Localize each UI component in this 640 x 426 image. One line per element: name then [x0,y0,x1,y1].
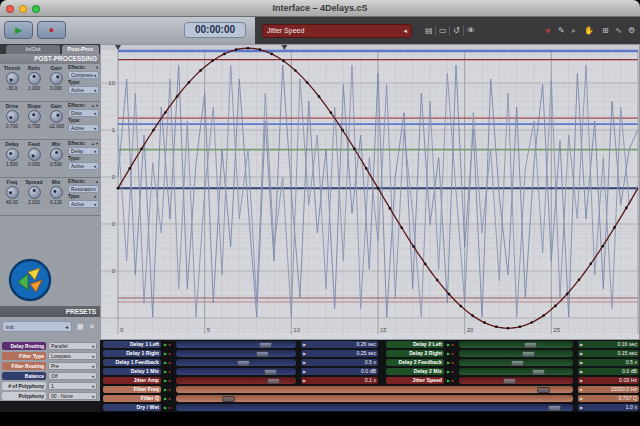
value-spinner-icon[interactable]: ▶ [303,377,306,384]
slider-track-delay-1-left[interactable] [176,341,296,348]
slider-track-delay-2-left[interactable] [459,341,573,348]
automation-record-icon[interactable]: ● [168,387,170,392]
save-icon[interactable]: ▤ [425,25,433,37]
slider-handle[interactable] [267,378,280,384]
slider-value-box[interactable]: ▶0.5 x [301,359,378,366]
knob-freq[interactable] [6,186,19,199]
automation-play-icon[interactable]: ▶ [447,360,450,365]
slider-track-delay-2-right[interactable] [459,350,573,357]
type-dropdown[interactable]: Active◂ [68,162,99,170]
routing-dropdown-delay-routing[interactable]: Parallel◂ [48,342,97,350]
slider-track-jitter-speed[interactable] [459,377,573,384]
automation-graph[interactable]: 051015202530101000 [100,44,640,340]
slider-value-box[interactable]: ▶0.707 Q [578,395,639,402]
automation-play-icon[interactable]: ▶ [164,405,167,410]
knob-feed[interactable] [28,148,41,161]
slider-track-delay-1-right[interactable] [176,350,296,357]
type-dropdown[interactable]: Active◂ [68,200,99,208]
automation-record-icon[interactable]: ● [168,396,170,401]
automation-play-icon[interactable]: ▶ [447,351,450,356]
preset-dropdown[interactable]: init ◂ [2,321,72,332]
slider-track-dry-wet[interactable] [176,404,573,411]
undo-icon[interactable]: ↺ [453,25,460,37]
routing-dropdown-filter-routing[interactable]: Pre◂ [48,362,97,370]
slider-value-box[interactable]: ▶0.15 sec [578,350,639,357]
value-spinner-icon[interactable]: ▶ [580,404,583,411]
slider-value-box[interactable]: ▶0.25 sec [301,350,378,357]
automation-play-icon[interactable]: ▶ [447,378,450,383]
slider-handle[interactable] [503,378,516,384]
type-dropdown[interactable]: Active◂ [68,86,99,94]
value-spinner-icon[interactable]: ▶ [580,341,583,348]
knob-slope[interactable] [28,110,41,123]
slider-value-box[interactable]: ▶0.0 dB [301,368,378,375]
graph-canvas[interactable]: 051015202530101000 [100,44,640,340]
automation-record-icon[interactable]: ● [451,378,453,383]
slider-handle[interactable] [237,360,250,366]
value-spinner-icon[interactable]: ▶ [580,377,583,384]
slider-value-box[interactable]: ▶1.0 x [578,404,639,411]
tab-post-proc[interactable]: Post-Proc [62,45,99,54]
slider-track-delay-1-feedback[interactable] [176,359,296,366]
automation-play-icon[interactable]: ▶ [164,342,167,347]
slider-value-box[interactable]: ▶0.0 dB [578,368,639,375]
slider-track-filter-q[interactable] [176,395,573,402]
effect-dropdown[interactable]: Disto◂ [68,109,99,117]
value-spinner-icon[interactable]: ▶ [303,359,306,366]
knob-delay[interactable] [6,148,19,161]
slider-handle[interactable] [537,387,550,393]
slider-handle[interactable] [259,342,272,348]
routing-dropdown-filter-type[interactable]: Lowpass◂ [48,352,97,360]
knob-drive[interactable] [6,110,19,123]
automation-record-icon[interactable]: ● [168,351,170,356]
automation-play-icon[interactable]: ▶ [164,378,167,383]
cursor-tool-icon[interactable]: ➤ [542,24,555,37]
zoom-tool-icon[interactable]: ⌕ [571,25,575,37]
eye-icon[interactable]: 👁 [467,25,475,37]
automation-record-icon[interactable]: ● [451,342,453,347]
automation-play-icon[interactable]: ▶ [164,351,167,356]
automation-record-icon[interactable]: ● [451,351,453,356]
knob-mix[interactable] [50,186,63,199]
slider-handle[interactable] [548,405,561,411]
value-spinner-icon[interactable]: ▶ [580,395,583,402]
preset-save-icon[interactable]: ▦ [77,322,84,331]
automation-record-icon[interactable]: ● [451,369,453,374]
reorder-icons[interactable]: ▲▼ [91,141,99,147]
value-spinner-icon[interactable]: ▶ [303,350,306,357]
hand-tool-icon[interactable]: ✋ [584,25,594,37]
automation-record-icon[interactable]: ● [168,360,170,365]
slider-track-jitter-amp[interactable] [176,377,296,384]
record-button[interactable]: ● [37,21,66,39]
automation-record-icon[interactable]: ● [451,360,453,365]
automation-play-icon[interactable]: ▶ [447,369,450,374]
value-spinner-icon[interactable]: ▶ [580,359,583,366]
slider-track-delay-1-mix[interactable] [176,368,296,375]
slider-handle[interactable] [222,396,235,402]
effect-dropdown[interactable]: Compress◂ [68,71,99,79]
routing-dropdown-balance[interactable]: Off◂ [48,372,97,380]
automation-record-icon[interactable]: ● [168,369,170,374]
type-dropdown[interactable]: Active◂ [68,124,99,132]
slider-value-box[interactable]: ▶0.16 sec [578,341,639,348]
knob-spread[interactable] [28,186,41,199]
tab-in-out[interactable]: In/Out [6,45,60,54]
value-spinner-icon[interactable]: ▶ [303,341,306,348]
automation-play-icon[interactable]: ▶ [447,342,450,347]
play-button[interactable]: ▶ [4,21,33,39]
slider-handle[interactable] [532,369,545,375]
slider-track-filter-freq[interactable] [176,386,573,393]
slider-value-box[interactable]: ▶0.5 x [578,359,639,366]
reorder-icons[interactable]: ▲▼ [91,103,99,109]
knob-mix[interactable] [50,148,63,161]
slider-value-box[interactable]: ▶0.03 Hz [578,377,639,384]
routing-dropdown--of-polyphony[interactable]: 1◂ [48,382,97,390]
value-spinner-icon[interactable]: ▶ [580,368,583,375]
value-spinner-icon[interactable]: ▶ [580,386,583,393]
slider-track-delay-2-mix[interactable] [459,368,573,375]
reorder-icons[interactable]: ▼ [95,65,99,71]
settings-gear-icon[interactable]: ⚙ [628,25,635,37]
wave-snap-icon[interactable]: ∿ [615,25,622,37]
knob-gain[interactable] [50,110,63,123]
window-icon[interactable]: ▭ [439,25,447,37]
